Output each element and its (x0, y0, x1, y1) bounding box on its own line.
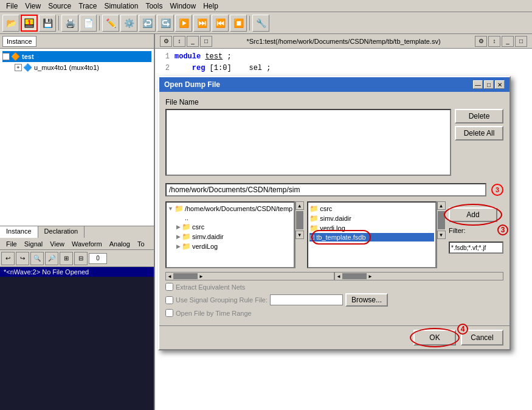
folder-icon-simv: 📁 (182, 232, 191, 241)
pane-row: ▼ 📁 /home/work/Documents/CSDN/temp .. ▶ (165, 201, 503, 268)
folder-icon-verdi: 📁 (182, 242, 191, 251)
folder-icon-verdi2: 📁 (309, 224, 319, 232)
delete-btn[interactable]: Delete (455, 109, 503, 123)
dir-root[interactable]: ▼ 📁 /home/work/Documents/CSDN/temp (168, 204, 292, 214)
dir-expand-csrc: ▶ (176, 224, 181, 230)
path-row: 3 (165, 183, 503, 196)
h-scrollbar1[interactable]: ◄ ► (165, 272, 334, 280)
file-scroll-up[interactable]: ▲ (437, 201, 446, 210)
file-scrollbar[interactable]: ▲ ▼ (437, 201, 445, 268)
dir-dotdot[interactable]: .. (176, 214, 292, 222)
path-input[interactable] (165, 183, 486, 196)
dialog-overlay: Open Dump File — □ ✕ File Name Delete De… (0, 0, 532, 410)
dialog-title-text: Open Dump File (164, 80, 220, 89)
delete-all-btn[interactable]: Delete All (455, 126, 503, 141)
dir-tree-container: ▼ 📁 /home/work/Documents/CSDN/temp .. ▶ (165, 201, 303, 268)
dir-simv-label: simv.daidir (192, 233, 224, 240)
filter-label: Filter: (449, 227, 466, 234)
dir-tree-pane[interactable]: ▼ 📁 /home/work/Documents/CSDN/temp .. ▶ (165, 201, 295, 268)
dialog-footer: OK 4 Cancel (159, 325, 510, 349)
num-badge-3: 3 (491, 184, 503, 196)
dir-simv[interactable]: ▶ 📁 simv.daidir (176, 232, 292, 241)
signal-grouping-checkbox[interactable] (165, 296, 173, 304)
add-btn-label: Add (466, 210, 479, 219)
h-scroll-thumb1[interactable] (173, 273, 198, 279)
file-verdi-label: verdi.log (320, 224, 345, 232)
file-scroll-thumb[interactable] (438, 211, 445, 229)
browse-btn[interactable]: Browse... (345, 293, 388, 307)
h-scroll2-left[interactable]: ◄ (335, 274, 342, 279)
folder-icon-csrc2: 📁 (309, 204, 319, 213)
dir-verdi[interactable]: ▶ 📁 verdiLog (176, 241, 292, 251)
folder-icon-simv2: 📁 (309, 214, 319, 223)
dir-children: .. ▶ 📁 csrc ▶ 📁 simv.daidir (176, 214, 292, 251)
dir-csrc-label: csrc (192, 223, 204, 231)
dotdot-label: .. (185, 214, 188, 221)
dir-expand-verdi: ▶ (176, 243, 181, 249)
filter-row: Filter: (449, 227, 503, 234)
file-scroll-down[interactable]: ▼ (437, 231, 446, 239)
dir-scrollbar[interactable]: ▲ ▼ (295, 201, 303, 268)
dialog-min-btn[interactable]: — (473, 80, 483, 89)
h-scrollbar2[interactable]: ◄ ► (334, 272, 503, 280)
extract-nets-label: Extract Equivalent Nets (176, 283, 245, 291)
folder-icon-root: 📁 (174, 204, 184, 213)
file-verdi-log[interactable]: 📁 verdi.log (309, 223, 434, 233)
signal-grouping-label: Use Signal Grouping Rule File: (176, 296, 268, 304)
dialog-title-buttons: — □ ✕ (473, 80, 505, 89)
file-list-area[interactable] (165, 109, 451, 176)
dir-expand-root: ▼ (168, 206, 173, 212)
dialog-btn-col: Delete Delete All (455, 109, 503, 179)
file-tb-label: tb_template.fsdb (316, 234, 365, 241)
file-list-row: Delete Delete All (165, 109, 503, 179)
open-time-checkbox[interactable] (165, 309, 173, 317)
extract-nets-checkbox[interactable] (165, 283, 173, 291)
h-scroll-left[interactable]: ◄ (166, 274, 173, 279)
dir-root-label: /home/work/Documents/CSDN/temp (185, 205, 292, 212)
num-badge-4: 4 (457, 324, 468, 335)
file-csrc-label: csrc (320, 205, 332, 212)
scroll-down[interactable]: ▼ (295, 231, 304, 239)
open-time-label: Open File by Time Range (176, 310, 252, 317)
open-time-row: Open File by Time Range (165, 309, 503, 317)
folder-icon-csrc: 📁 (182, 223, 191, 231)
add-btn[interactable]: Add 3 (449, 207, 497, 222)
file-pane-container: 📁 csrc 📁 simv.daidir 📁 verdi.log ☑ (307, 201, 445, 268)
h-scroll-row: ◄ ► ◄ ► (165, 272, 503, 280)
scroll-up[interactable]: ▲ (295, 201, 304, 210)
num-badge-3b: 3 (497, 224, 508, 235)
signal-grouping-row: Use Signal Grouping Rule File: Browse... (165, 293, 503, 307)
file-simv-label: simv.daidir (320, 215, 351, 222)
extract-nets-row: Extract Equivalent Nets (165, 283, 503, 291)
ok-label: OK (429, 333, 440, 342)
ok-btn[interactable]: OK 4 (413, 330, 456, 346)
dialog-content: File Name Delete Delete All 3 (159, 92, 510, 325)
h-scroll-thumb2[interactable] (342, 273, 367, 279)
dialog-max-btn[interactable]: □ (484, 80, 494, 89)
h-scroll-right[interactable]: ► (198, 274, 205, 279)
filter-input[interactable] (449, 241, 503, 254)
file-pane[interactable]: 📁 csrc 📁 simv.daidir 📁 verdi.log ☑ (307, 201, 437, 268)
file-checkbox-icon: ☑ (309, 234, 315, 241)
right-buttons: Add 3 Filter: (449, 201, 503, 268)
dir-expand-simv: ▶ (176, 234, 181, 240)
dir-csrc[interactable]: ▶ 📁 csrc (176, 222, 292, 232)
dialog-close-btn[interactable]: ✕ (495, 80, 505, 89)
scroll-thumb[interactable] (296, 211, 303, 229)
open-dump-dialog: Open Dump File — □ ✕ File Name Delete De… (158, 76, 511, 350)
file-simv[interactable]: 📁 simv.daidir (309, 214, 434, 223)
h-scroll2-right[interactable]: ► (367, 274, 374, 279)
dir-verdi-label: verdiLog (192, 243, 218, 250)
file-csrc[interactable]: 📁 csrc (309, 204, 434, 214)
file-name-label: File Name (165, 98, 503, 106)
file-tb-template[interactable]: ☑ tb_template.fsdb 2 (309, 233, 434, 241)
dialog-titlebar: Open Dump File — □ ✕ (159, 77, 510, 92)
signal-file-input[interactable] (270, 294, 343, 305)
